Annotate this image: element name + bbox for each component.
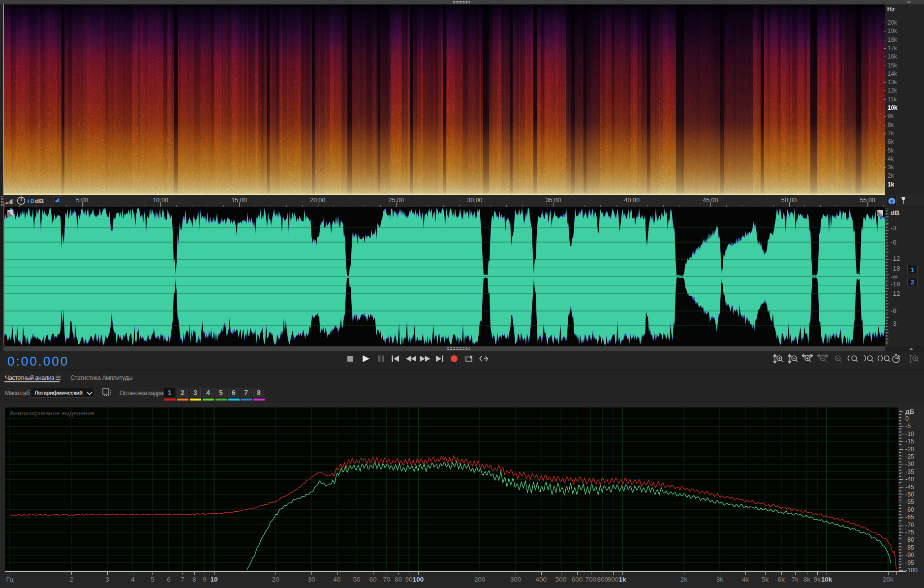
svg-text:Анализированое выделение: Анализированое выделение <box>10 409 94 417</box>
